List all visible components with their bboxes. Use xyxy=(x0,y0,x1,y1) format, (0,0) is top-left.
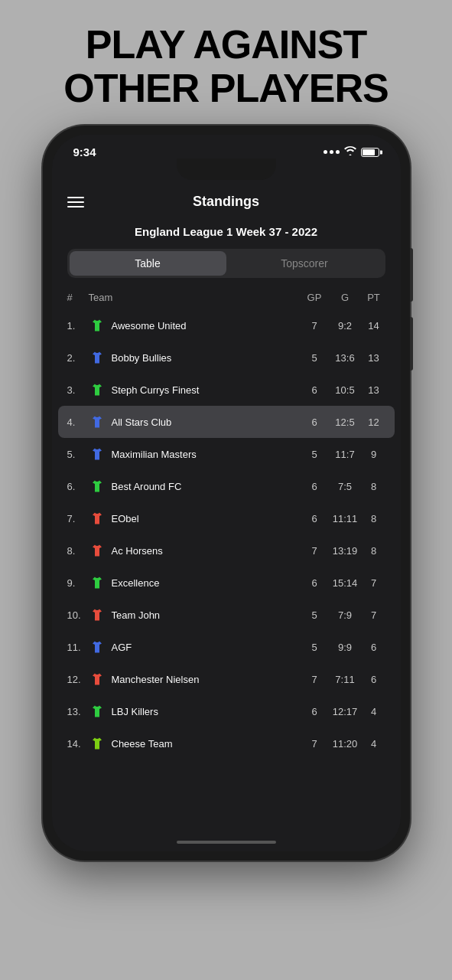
shirt-icon xyxy=(89,703,106,720)
table-row[interactable]: 6. Best Around FC 6 7:5 8 xyxy=(52,470,401,502)
rank-number: 13. xyxy=(67,706,89,717)
gp-value: 5 xyxy=(301,352,328,364)
rank-number: 7. xyxy=(67,513,89,524)
team-name: Maximilian Masters xyxy=(112,449,301,460)
header-rank: # xyxy=(67,292,89,303)
table-row[interactable]: 13. LBJ Killers 6 12:17 4 xyxy=(52,695,401,727)
status-icons xyxy=(324,146,379,158)
wifi-icon xyxy=(344,146,356,158)
team-name: Steph Currys Finest xyxy=(112,384,301,396)
shirt-icon xyxy=(89,446,106,462)
gp-value: 6 xyxy=(301,706,328,717)
g-value: 13:6 xyxy=(328,352,363,364)
shirt-icon xyxy=(89,542,106,559)
team-name: Team John xyxy=(112,609,301,621)
gp-value: 5 xyxy=(301,642,328,653)
pt-value: 6 xyxy=(363,674,385,685)
page-headline: PLAY AGAINST OTHER PLAYERS xyxy=(48,0,403,126)
pt-value: 8 xyxy=(363,513,385,524)
gp-value: 6 xyxy=(301,416,328,428)
table-row[interactable]: 11. AGF 5 9:9 6 xyxy=(52,631,401,663)
rank-number: 4. xyxy=(67,416,89,428)
team-name: EObel xyxy=(112,513,301,524)
shirt-icon xyxy=(89,510,106,527)
rank-number: 10. xyxy=(67,609,89,621)
signal-dots-icon xyxy=(324,150,340,154)
team-name: Best Around FC xyxy=(112,481,301,492)
rank-number: 6. xyxy=(67,481,89,492)
phone-device: 9:34 xyxy=(43,126,410,861)
table-row[interactable]: 3. Steph Currys Finest 6 10:5 13 xyxy=(52,374,401,406)
g-value: 13:19 xyxy=(328,545,363,557)
gp-value: 7 xyxy=(301,545,328,557)
shirt-icon xyxy=(89,671,106,688)
table-row[interactable]: 1. Awesome United 7 9:2 14 xyxy=(52,309,401,341)
team-name: AGF xyxy=(112,642,301,653)
gp-value: 7 xyxy=(301,738,328,750)
status-time: 9:34 xyxy=(73,145,96,158)
g-value: 12:17 xyxy=(328,706,363,717)
menu-icon[interactable] xyxy=(67,197,84,207)
pt-value: 4 xyxy=(363,706,385,717)
team-name: Awesome United xyxy=(112,320,301,332)
table-row[interactable]: 10. Team John 5 7:9 7 xyxy=(52,599,401,631)
rank-number: 5. xyxy=(67,449,89,460)
g-value: 9:2 xyxy=(328,320,363,332)
table-row[interactable]: 7. EObel 6 11:11 8 xyxy=(52,502,401,534)
g-value: 9:9 xyxy=(328,642,363,653)
header-pt: PT xyxy=(363,292,385,303)
rank-number: 14. xyxy=(67,738,89,750)
notch xyxy=(177,158,276,180)
table-row[interactable]: 4. All Stars Club 6 12:5 12 xyxy=(58,406,395,438)
battery-icon xyxy=(361,148,379,157)
g-value: 11:20 xyxy=(328,738,363,750)
pt-value: 12 xyxy=(363,416,385,428)
g-value: 15:14 xyxy=(328,577,363,589)
header-team: Team xyxy=(89,292,301,303)
shirt-icon xyxy=(89,478,106,495)
g-value: 12:5 xyxy=(328,416,363,428)
team-name: LBJ Killers xyxy=(112,706,301,717)
g-value: 7:5 xyxy=(328,481,363,492)
table-row[interactable]: 14. Cheese Team 7 11:20 4 xyxy=(52,727,401,760)
tab-bar: Table Topscorer xyxy=(67,249,385,278)
team-name: Excellence xyxy=(112,577,301,589)
gp-value: 5 xyxy=(301,449,328,460)
pt-value: 9 xyxy=(363,449,385,460)
g-value: 7:9 xyxy=(328,609,363,621)
gp-value: 7 xyxy=(301,674,328,685)
table-row[interactable]: 2. Bobby Bullies 5 13:6 13 xyxy=(52,341,401,374)
pt-value: 7 xyxy=(363,609,385,621)
home-indicator xyxy=(52,836,401,851)
g-value: 11:11 xyxy=(328,513,363,524)
pt-value: 14 xyxy=(363,320,385,332)
gp-value: 6 xyxy=(301,481,328,492)
table-row[interactable]: 5. Maximilian Masters 5 11:7 9 xyxy=(52,438,401,470)
g-value: 7:11 xyxy=(328,674,363,685)
tab-table[interactable]: Table xyxy=(70,251,226,276)
header-gp: GP xyxy=(301,292,328,303)
table-row[interactable]: 8. Ac Horsens 7 13:19 8 xyxy=(52,534,401,567)
rank-number: 1. xyxy=(67,320,89,332)
gp-value: 7 xyxy=(301,320,328,332)
tab-topscorer[interactable]: Topscorer xyxy=(226,251,383,276)
gp-value: 6 xyxy=(301,384,328,396)
pt-value: 8 xyxy=(363,545,385,557)
shirt-icon xyxy=(89,413,106,430)
table-row[interactable]: 9. Excellence 6 15:14 7 xyxy=(52,567,401,599)
pt-value: 4 xyxy=(363,738,385,750)
shirt-icon xyxy=(89,317,106,334)
rank-number: 11. xyxy=(67,642,89,653)
shirt-icon xyxy=(89,735,106,752)
g-value: 11:7 xyxy=(328,449,363,460)
team-name: All Stars Club xyxy=(112,416,301,428)
table-row[interactable]: 12. Manchester Nielsen 7 7:11 6 xyxy=(52,663,401,695)
shirt-icon xyxy=(89,574,106,591)
app-header: Standings xyxy=(52,186,401,217)
home-bar xyxy=(177,841,276,844)
gp-value: 6 xyxy=(301,513,328,524)
team-name: Cheese Team xyxy=(112,738,301,750)
pt-value: 13 xyxy=(363,352,385,364)
gp-value: 6 xyxy=(301,577,328,589)
pt-value: 7 xyxy=(363,577,385,589)
